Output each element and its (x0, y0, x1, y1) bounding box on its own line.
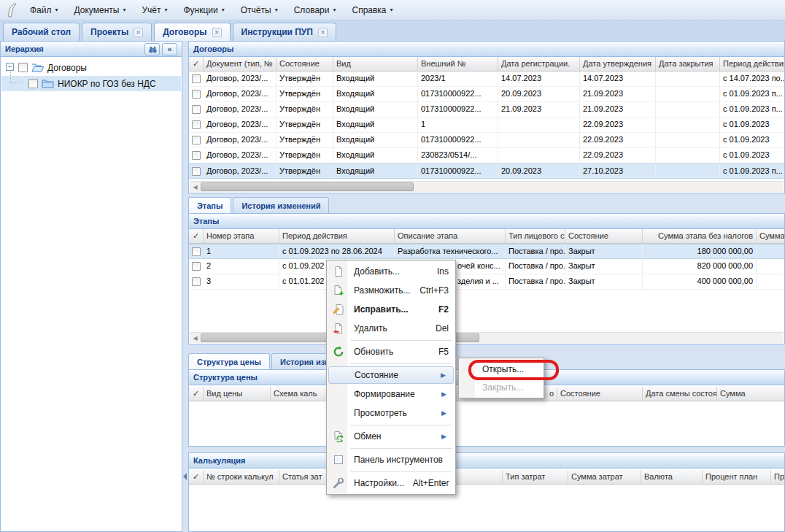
menubar-item[interactable]: Функции▾ (175, 2, 232, 18)
context-menu-item[interactable]: Добавить...Ins (328, 262, 454, 281)
tab-Рабочий стол[interactable]: Рабочий стол (3, 23, 80, 41)
splitter[interactable] (182, 41, 188, 532)
table-row[interactable]: Договор, 2023/...УтверждёнВходящий017310… (189, 87, 784, 102)
tab-Проекты[interactable]: Проекты✕ (82, 23, 152, 41)
menubar-item[interactable]: Документы▾ (66, 2, 134, 18)
column-header[interactable]: Описание этапа (395, 229, 506, 243)
stages-hscrollbar[interactable]: ◀ (190, 332, 784, 343)
close-icon[interactable]: ✕ (212, 28, 222, 37)
row-checkbox[interactable] (192, 120, 201, 129)
context-menu-item[interactable]: Формирование▶ (328, 385, 454, 404)
column-header[interactable]: Тип затрат (503, 470, 568, 484)
column-header[interactable]: Сумма (717, 387, 785, 401)
scrollbar-thumb[interactable] (201, 182, 414, 191)
search-binoculars-button[interactable] (144, 43, 160, 55)
row-checkbox[interactable] (192, 105, 201, 114)
collapse-sidebar-button[interactable]: « (162, 43, 177, 55)
column-header[interactable]: Дата закрытия (656, 57, 720, 71)
column-header[interactable]: ✓ (189, 229, 204, 243)
row-checkbox[interactable] (192, 167, 201, 176)
context-menu-item[interactable]: Настройки...Alt+Enter (328, 474, 454, 493)
context-menu-item[interactable]: Состояние▶ (328, 366, 454, 384)
context-submenu-item[interactable]: Открыть... (460, 360, 542, 378)
contracts-title: Договоры (193, 45, 233, 53)
column-header[interactable]: Сумма затрат (568, 470, 641, 484)
column-header[interactable]: Состояние (565, 229, 643, 243)
column-header[interactable]: Период действия... (720, 57, 785, 71)
tree-item[interactable]: НИОКР по ГОЗ без НДС (1, 76, 181, 91)
column-header[interactable]: Валюта (641, 470, 703, 484)
menubar-item[interactable]: Учёт▾ (134, 2, 175, 18)
column-header[interactable]: № строки калькул (204, 470, 279, 484)
cell: 017310000922... (418, 87, 498, 101)
column-header[interactable]: Дата утверждения (580, 57, 656, 71)
column-header[interactable]: Внешний № (418, 57, 498, 71)
column-header[interactable]: Состояние (277, 57, 333, 71)
column-header[interactable]: Дата регистрации. (498, 57, 580, 71)
row-checkbox[interactable] (192, 247, 201, 256)
column-header[interactable]: Процент план (703, 470, 771, 484)
table-row[interactable]: Договор, 2023/...УтверждёнВходящий017310… (189, 163, 784, 179)
cell: 20.09.2023 (498, 164, 580, 178)
row-checkbox[interactable] (192, 136, 201, 144)
column-header[interactable]: Тип лицевого счёт (506, 229, 565, 243)
cell: 22.09.2023 (580, 133, 656, 147)
expander-icon[interactable]: − (6, 63, 14, 71)
cell (498, 117, 580, 132)
column-header[interactable]: Вид цены (204, 387, 271, 401)
column-header[interactable]: Период действия (279, 229, 395, 243)
column-header[interactable]: Процент ф (771, 470, 785, 484)
row-checkbox[interactable] (192, 277, 201, 286)
table-row[interactable]: 3с 01.01.202зделия и ...Поставка / про..… (189, 274, 784, 290)
context-menu-item[interactable]: Размножить...Ctrl+F3 (328, 281, 454, 300)
row-checkbox[interactable] (192, 262, 201, 271)
column-header[interactable]: Состояние (557, 387, 643, 401)
column-header[interactable]: Сумма (757, 229, 785, 243)
column-header[interactable]: ✓ (189, 57, 204, 71)
menubar-item[interactable]: Словари▾ (286, 2, 344, 18)
tab-История изменений[interactable]: История изменений (233, 197, 329, 213)
context-menu-item[interactable]: Просмотреть▶ (328, 404, 454, 423)
tab-Инструкции ПУП[interactable]: Инструкции ПУП✕ (233, 23, 336, 41)
context-menu-item[interactable]: Панель инструментов (328, 450, 454, 469)
column-header[interactable]: ✓ (189, 470, 204, 484)
table-row[interactable]: Договор, 2023/...УтверждёнВходящий122.09… (189, 117, 784, 133)
tab-label: Проекты (90, 27, 128, 37)
table-row[interactable]: Договор, 2023/...УтверждёнВходящий017310… (189, 133, 784, 148)
column-header[interactable]: Номер этапа (204, 229, 279, 243)
table-row[interactable]: Договор, 2023/...УтверждёнВходящий017310… (189, 102, 784, 117)
context-menu-item[interactable]: Обмен▶ (328, 427, 454, 446)
row-checkbox[interactable] (192, 151, 201, 160)
contracts-hscrollbar[interactable]: ◀ (190, 181, 784, 192)
row-checkbox[interactable] (192, 90, 201, 99)
menubar-item[interactable]: Отчёты▾ (233, 2, 286, 18)
table-row[interactable]: 2с 01.09.202очей конс...Поставка / про..… (189, 259, 784, 274)
column-header[interactable]: Документ (тип, № (204, 57, 277, 71)
context-submenu-item[interactable]: Закрыть... (460, 378, 542, 396)
table-row[interactable]: Договор, 2023/...УтверждёнВходящий2023/1… (189, 72, 784, 87)
collapse-arrow-icon[interactable] (183, 473, 187, 480)
column-header[interactable]: Вид (333, 57, 418, 71)
tab-Структура цены[interactable]: Структура цены (188, 353, 270, 369)
context-menu-item[interactable]: Исправить...F2 (328, 300, 454, 319)
scroll-left-icon[interactable]: ◀ (190, 335, 201, 342)
tree-checkbox[interactable] (28, 79, 38, 88)
context-menu-item[interactable]: УдалитьDel (328, 319, 454, 338)
table-row[interactable]: 1с 01.09.2023 по 28.06.2024Разработка те… (189, 244, 784, 259)
menu-label: Документы (74, 5, 120, 15)
menubar-item[interactable]: Файл▾ (22, 2, 66, 18)
row-checkbox[interactable] (192, 74, 201, 83)
column-header[interactable]: Дата смены состоя (643, 387, 717, 401)
tab-Договоры[interactable]: Договоры✕ (154, 23, 230, 41)
menu-shortcut: F5 (430, 347, 449, 357)
column-header[interactable]: Сумма этапа без налогов (643, 229, 757, 243)
context-menu-item[interactable]: ОбновитьF5 (328, 342, 454, 361)
scroll-left-icon[interactable]: ◀ (190, 184, 201, 190)
close-icon[interactable]: ✕ (318, 28, 328, 37)
tree-item[interactable]: −Договоры (1, 60, 181, 75)
column-header[interactable]: ✓ (189, 387, 204, 401)
close-icon[interactable]: ✕ (134, 28, 143, 37)
menubar-item[interactable]: Справка▾ (344, 2, 401, 18)
tab-Этапы[interactable]: Этапы (188, 197, 231, 213)
table-row[interactable]: Договор, 2023/...УтверждёнВходящий230823… (189, 148, 784, 163)
